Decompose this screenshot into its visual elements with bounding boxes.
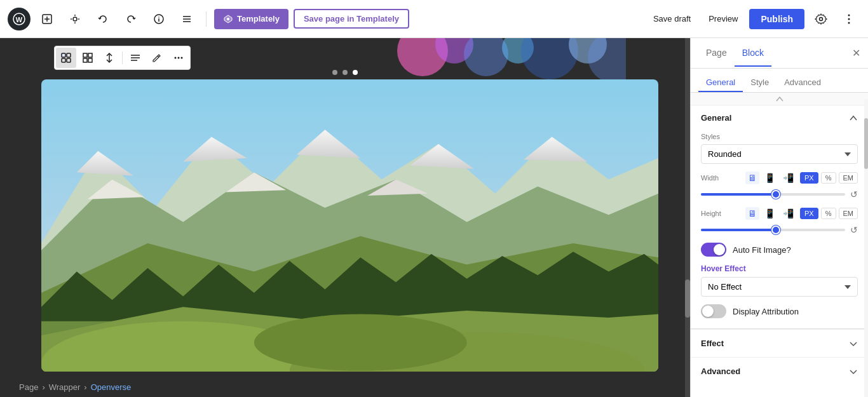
info-button[interactable] — [147, 8, 170, 30]
height-tablet-icon[interactable]: 📱 — [762, 207, 778, 220]
block-edit-button[interactable] — [147, 48, 167, 68]
svg-point-18 — [848, 14, 850, 16]
height-unit-px[interactable]: PX — [800, 208, 818, 219]
svg-point-34 — [175, 57, 177, 59]
breadcrumb-sep-2: › — [84, 382, 86, 392]
breadcrumb: Page › Wrapper › Openverse — [19, 382, 131, 392]
svg-rect-27 — [83, 58, 87, 62]
height-desktop-icon[interactable]: 🖥 — [745, 207, 759, 220]
panel-scrollbar[interactable] — [864, 99, 868, 397]
width-controls: 🖥 📱 📲 PX % EM — [745, 172, 858, 184]
svg-text:W: W — [16, 16, 23, 24]
effect-section-header[interactable]: Effect — [701, 339, 858, 348]
svg-point-36 — [181, 57, 183, 59]
publish-button[interactable]: Publish — [749, 9, 804, 29]
svg-point-12 — [158, 17, 159, 18]
width-slider-track[interactable] — [701, 193, 845, 196]
attribution-toggle[interactable] — [701, 304, 726, 318]
height-field: Height 🖥 📱 📲 PX % EM — [701, 207, 858, 235]
attribution-knob — [702, 306, 714, 317]
block-align-button[interactable] — [125, 48, 146, 68]
top-bar-right: Save draft Preview Publish — [647, 8, 860, 30]
list-button[interactable] — [175, 8, 198, 30]
width-desktop-icon[interactable]: 🖥 — [745, 172, 759, 184]
width-unit-em[interactable]: EM — [839, 172, 858, 184]
svg-line-33 — [158, 56, 159, 57]
right-panel: Page Block ✕ General Style Advanced — [690, 38, 868, 397]
general-section: General Styles Rounded Square Circular — [691, 105, 868, 329]
height-slider-track[interactable] — [701, 229, 845, 231]
sub-tab-advanced[interactable]: Advanced — [776, 74, 829, 92]
svg-point-5 — [73, 17, 77, 21]
width-label-row: Width 🖥 📱 📲 PX % EM — [701, 172, 858, 184]
canvas-scroll-thumb[interactable] — [685, 279, 690, 318]
width-unit-px[interactable]: PX — [800, 172, 818, 184]
breadcrumb-page: Page — [19, 382, 38, 392]
height-unit-em[interactable]: EM — [839, 208, 858, 219]
advanced-chevron-icon — [849, 367, 858, 376]
save-draft-button[interactable]: Save draft — [647, 10, 697, 27]
more-options-button[interactable] — [837, 8, 860, 30]
height-slider-row: ↺ — [701, 225, 858, 235]
scroll-up-arrow[interactable] — [691, 93, 868, 105]
svg-rect-25 — [83, 53, 87, 57]
height-slider-thumb[interactable] — [771, 225, 780, 234]
sub-tab-style[interactable]: Style — [743, 74, 776, 92]
width-slider-thumb[interactable] — [771, 190, 780, 199]
width-mobile-icon[interactable]: 📲 — [780, 172, 796, 184]
wp-logo[interactable]: W — [8, 8, 31, 30]
tools-button[interactable] — [64, 8, 86, 30]
dot-3[interactable] — [353, 70, 358, 75]
canvas-scrollbar[interactable] — [685, 38, 690, 397]
add-block-button[interactable] — [36, 8, 58, 30]
image-block[interactable] — [41, 79, 658, 372]
svg-point-16 — [227, 18, 229, 20]
panel-close-button[interactable]: ✕ — [852, 47, 860, 59]
separator-1 — [206, 11, 207, 27]
sub-tab-general[interactable]: General — [698, 74, 743, 92]
carousel-dots — [0, 70, 690, 75]
height-slider-fill — [701, 229, 776, 231]
advanced-section[interactable]: Advanced — [691, 357, 868, 385]
svg-rect-26 — [88, 53, 92, 57]
preview-button[interactable]: Preview — [702, 10, 744, 27]
width-tablet-icon[interactable]: 📱 — [762, 172, 778, 184]
svg-rect-21 — [62, 53, 65, 57]
main-area: Page › Wrapper › Openverse Page Block ✕ … — [0, 38, 868, 397]
width-reset-button[interactable]: ↺ — [850, 189, 858, 199]
tab-block[interactable]: Block — [735, 40, 771, 67]
block-select-button[interactable] — [56, 48, 76, 68]
top-toolbar: W Templately Save page in Templately Sav… — [0, 0, 868, 38]
redo-button[interactable] — [119, 8, 142, 30]
settings-button[interactable] — [810, 8, 832, 30]
panel-scroll-thumb[interactable] — [864, 118, 868, 169]
svg-point-61 — [254, 314, 467, 371]
styles-select[interactable]: Rounded Square Circular — [701, 144, 858, 164]
height-device-icons: 🖥 📱 📲 — [745, 207, 796, 220]
breadcrumb-openverse[interactable]: Openverse — [91, 382, 132, 392]
block-grid-button[interactable] — [78, 48, 98, 68]
height-unit-percent[interactable]: % — [821, 208, 836, 219]
svg-rect-24 — [67, 58, 71, 62]
hover-effect-select[interactable]: No Effect Zoom In Zoom Out Slide — [701, 277, 858, 297]
width-unit-controls: PX % EM — [800, 172, 858, 184]
height-mobile-icon[interactable]: 📲 — [780, 207, 796, 220]
dot-2[interactable] — [342, 70, 348, 75]
general-section-header[interactable]: General — [691, 105, 868, 130]
block-more-button[interactable] — [168, 48, 189, 68]
auto-fit-toggle[interactable] — [701, 243, 726, 257]
width-unit-percent[interactable]: % — [821, 172, 836, 184]
save-templately-button[interactable]: Save page in Templately — [294, 9, 409, 29]
svg-rect-23 — [62, 58, 65, 62]
templately-button[interactable]: Templately — [214, 9, 288, 29]
hover-effect-field: Hover Effect No Effect Zoom In Zoom Out … — [701, 264, 858, 297]
dot-1[interactable] — [332, 70, 337, 75]
general-section-body: Styles Rounded Square Circular Widt — [691, 130, 868, 328]
chevron-up-icon — [849, 114, 858, 123]
landscape-svg — [41, 79, 658, 372]
height-reset-button[interactable]: ↺ — [850, 225, 858, 235]
undo-button[interactable] — [92, 8, 114, 30]
tab-page[interactable]: Page — [698, 40, 735, 67]
panel-tabs: Page Block ✕ — [691, 38, 868, 69]
block-arrows-button[interactable] — [99, 48, 119, 68]
